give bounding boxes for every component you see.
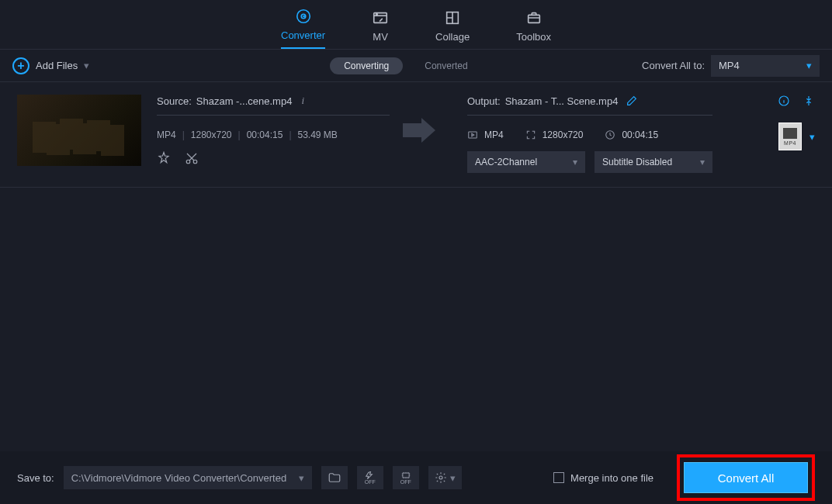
caret-down-icon: ▾ bbox=[806, 60, 812, 71]
convert-all-button[interactable]: Convert All bbox=[684, 462, 808, 493]
output-prefix: Output: bbox=[467, 95, 501, 107]
convert-all-to-dropdown[interactable]: MP4 ▾ bbox=[711, 55, 820, 77]
caret-down-icon: ▾ bbox=[700, 157, 705, 167]
info-icon[interactable]: i bbox=[301, 95, 304, 107]
subtab-converting[interactable]: Converting bbox=[330, 57, 403, 74]
mv-icon bbox=[372, 9, 389, 26]
source-size: 53.49 MB bbox=[298, 129, 338, 140]
effects-icon[interactable] bbox=[157, 151, 171, 165]
collage-icon bbox=[444, 9, 461, 26]
converter-icon bbox=[295, 8, 312, 25]
tab-label: Collage bbox=[435, 31, 470, 43]
info-circle-icon[interactable] bbox=[778, 95, 790, 107]
convert-all-to-label: Convert All to: bbox=[642, 60, 705, 71]
video-thumbnail[interactable] bbox=[17, 95, 141, 166]
subtitle-select[interactable]: Subtitle Disabled ▾ bbox=[595, 151, 712, 173]
tab-converter[interactable]: Converter bbox=[281, 8, 325, 49]
output-format: MP4 bbox=[484, 129, 504, 140]
profile-thumbnail[interactable]: MP4 bbox=[778, 123, 802, 150]
audio-value: AAC-2Channel bbox=[475, 157, 537, 167]
svg-point-3 bbox=[376, 14, 378, 16]
output-filename: Shazam - T... Scene.mp4 bbox=[505, 95, 619, 107]
svg-rect-5 bbox=[528, 15, 539, 22]
plus-icon: + bbox=[12, 57, 29, 74]
output-duration: 00:04:15 bbox=[622, 129, 658, 140]
caret-down-icon: ▾ bbox=[299, 472, 304, 484]
arrow-icon bbox=[405, 95, 452, 143]
cut-icon[interactable] bbox=[185, 151, 199, 165]
source-filename: Shazam -...cene.mp4 bbox=[196, 95, 293, 107]
gpu-accel-button[interactable]: OFF bbox=[357, 466, 383, 489]
audio-select[interactable]: AAC-2Channel ▾ bbox=[467, 151, 585, 173]
video-icon bbox=[467, 129, 478, 140]
convert-all-highlight: Convert All bbox=[677, 454, 815, 501]
subtitle-value: Subtitle Disabled bbox=[602, 157, 672, 167]
tab-mv[interactable]: MV bbox=[372, 9, 389, 49]
tab-collage[interactable]: Collage bbox=[435, 9, 470, 49]
svg-rect-8 bbox=[469, 132, 477, 138]
merge-label: Merge into one file bbox=[570, 472, 653, 484]
add-files-button[interactable]: + Add Files ▾ bbox=[12, 57, 89, 74]
svg-point-12 bbox=[439, 476, 442, 479]
output-resolution: 1280x720 bbox=[543, 129, 584, 140]
add-files-label: Add Files bbox=[36, 60, 78, 71]
toolbox-icon bbox=[525, 9, 543, 26]
caret-down-icon: ▾ bbox=[573, 157, 577, 167]
tab-label: Toolbox bbox=[516, 31, 551, 43]
rename-icon[interactable] bbox=[626, 95, 638, 107]
source-prefix: Source: bbox=[157, 95, 192, 107]
save-path-value: C:\Vidmore\Vidmore Video Converter\Conve… bbox=[71, 472, 286, 484]
duration-icon bbox=[605, 129, 615, 140]
source-format: MP4 bbox=[157, 129, 176, 140]
file-row: Source: Shazam -...cene.mp4 i MP4| 1280x… bbox=[0, 82, 832, 188]
profile-dropdown-caret[interactable]: ▾ bbox=[809, 131, 815, 143]
caret-down-icon: ▾ bbox=[84, 60, 89, 71]
tab-toolbox[interactable]: Toolbox bbox=[516, 9, 551, 49]
save-path-field[interactable]: C:\Vidmore\Vidmore Video Converter\Conve… bbox=[64, 466, 312, 489]
svg-rect-11 bbox=[403, 473, 409, 478]
open-folder-button[interactable] bbox=[321, 466, 348, 489]
resolution-icon bbox=[525, 129, 536, 140]
tab-label: Converter bbox=[281, 29, 325, 41]
source-duration: 00:04:15 bbox=[247, 129, 283, 140]
settings-button[interactable]: ▾ bbox=[428, 466, 462, 489]
subtab-converted[interactable]: Converted bbox=[411, 57, 481, 74]
merge-checkbox[interactable] bbox=[553, 472, 564, 483]
source-resolution: 1280x720 bbox=[191, 129, 232, 140]
convert-all-to-value: MP4 bbox=[719, 60, 740, 71]
hw-accel-button[interactable]: OFF bbox=[393, 466, 419, 489]
caret-down-icon: ▾ bbox=[450, 472, 456, 484]
save-to-label: Save to: bbox=[17, 472, 54, 484]
tab-label: MV bbox=[373, 31, 388, 43]
compress-icon[interactable] bbox=[803, 95, 815, 107]
